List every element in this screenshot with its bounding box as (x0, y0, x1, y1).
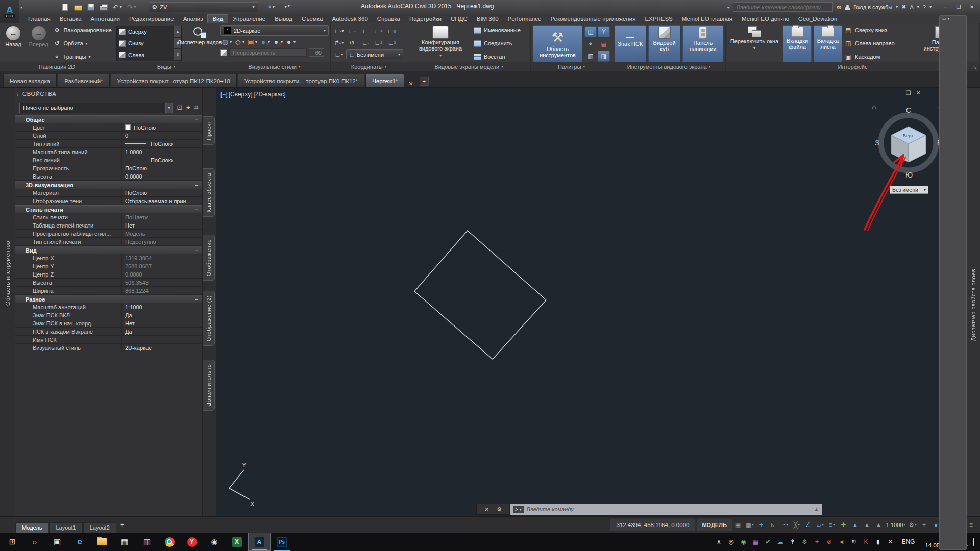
start-button[interactable]: ⊞ (1, 533, 23, 551)
palette-y-icon[interactable]: Y (598, 26, 610, 37)
layout-tab[interactable]: Модель (15, 522, 48, 533)
toolspace-collapsed-bar[interactable]: Область инструментов (0, 88, 15, 516)
property-row[interactable]: Тип стилей печати Недоступно (15, 238, 202, 246)
property-row[interactable]: ПСК в каждом Вэкране Да (15, 328, 202, 336)
property-value[interactable]: ПоСлою (121, 156, 202, 164)
property-row[interactable]: Визуальный стиль 2D-каркас (15, 344, 202, 352)
section-header[interactable]: Разное − (15, 295, 202, 303)
property-value[interactable]: ПоЦвету (121, 213, 202, 221)
volume-tray-icon[interactable]: ◄ (835, 536, 847, 548)
red-app-tray-icon[interactable]: ✦ (811, 536, 823, 548)
ucs-tool-button[interactable]: ∟◍ (386, 26, 398, 36)
scroll-end-icon[interactable]: ⊻ (174, 49, 181, 61)
drawing-tab[interactable]: Новая вкладка (3, 74, 57, 87)
visual-style-button[interactable]: ◍▾ (220, 37, 232, 46)
dynamic-input-icon[interactable]: ∠ (803, 519, 814, 531)
restore-button[interactable]: ❐ (952, 3, 965, 12)
ribbon-tab[interactable]: СПДС (446, 15, 472, 23)
signin-link[interactable]: Вход в службы (853, 4, 892, 10)
annotation-icon[interactable]: ▲ (873, 519, 885, 531)
steam-icon[interactable]: ◉ (203, 533, 226, 551)
ucs-tool-button[interactable]: ↱x▾ (333, 38, 345, 48)
logo-dropdown-icon[interactable]: ▾ (20, 5, 22, 10)
ucs-tool-button[interactable]: ∟ (359, 26, 372, 36)
section-header[interactable]: Вид − (15, 246, 202, 254)
property-value[interactable]: 506.3543 (121, 279, 202, 286)
property-row[interactable]: Масштаб аннотаций 1:1000 (15, 303, 202, 311)
collapse-section-icon[interactable]: − (195, 296, 198, 303)
collapse-section-icon[interactable]: − (195, 247, 198, 254)
router-tray-icon[interactable]: ↟ (786, 536, 798, 548)
command-history-icon[interactable]: ▲ (814, 507, 819, 512)
ribbon-tab[interactable]: Вывод (270, 15, 297, 23)
property-row[interactable]: Прозрачность ПоСлою (15, 164, 202, 172)
ucs-tool-button[interactable]: ∟≡ (373, 26, 385, 36)
drawing-canvas[interactable]: [−] [Сверху] [2D-каркас] ─ ❐ ✕ Y X (216, 88, 953, 516)
panel-caption-viewports[interactable]: Видовые экраны модели▾ (407, 62, 530, 71)
property-value[interactable]: 2588.8687 (121, 262, 202, 270)
toolbox-icon[interactable]: ▤ (598, 38, 610, 49)
property-row[interactable]: Центр X 1319.3084 (15, 254, 202, 262)
color-grid-tray-icon[interactable]: ▦ (749, 536, 762, 548)
workspace-switching-icon[interactable]: ⚙▾ (907, 519, 918, 531)
forward-button[interactable]: → Вперед (27, 25, 51, 62)
orbit-button[interactable]: ↺Орбита▾ (53, 39, 112, 47)
collapse-section-icon[interactable]: − (195, 207, 198, 213)
property-value[interactable]: 1:1000 (121, 303, 202, 311)
visual-style-button[interactable]: ●▾ (259, 37, 270, 46)
palette-side-tab[interactable]: Отображение (2) (203, 291, 215, 346)
search-button[interactable]: ○ (23, 533, 46, 551)
edge-icon[interactable]: e (68, 533, 91, 551)
open-button[interactable] (74, 4, 82, 11)
property-value[interactable]: Недоступно (121, 238, 202, 245)
selection-dropdown-icon[interactable]: ▾ (165, 103, 172, 113)
palette-side-tab[interactable]: Отображение (203, 235, 215, 281)
property-value[interactable]: 0 (121, 132, 202, 139)
command-prompt-icon[interactable]: >▾ (513, 506, 524, 513)
new-drawing-tab-button[interactable]: + (420, 77, 429, 86)
macro-dropdown-icon[interactable]: ▾ (252, 5, 254, 9)
property-row[interactable]: Цвет ПоСлою (15, 123, 202, 132)
drawing-tab[interactable]: Устройство покрыти... тротуар ПК0-ПК12* (238, 74, 364, 87)
property-value[interactable]: Отбрасываемая и прин... (121, 197, 202, 205)
isometric-drafting-icon[interactable]: ╳▾ (791, 519, 802, 531)
visual-style-button[interactable]: ●▾ (272, 37, 283, 46)
close-button[interactable]: ✕ (966, 3, 978, 12)
steelseries-tray-icon[interactable]: ◎ (725, 536, 737, 548)
palette-side-tab[interactable]: Проект (203, 116, 215, 145)
new-button[interactable] (61, 4, 69, 11)
search-binoculars-icon[interactable]: ∞ (837, 3, 841, 11)
property-row[interactable]: Ширина 868.1224 (15, 287, 202, 295)
ribbon-tab[interactable]: Аннотации (86, 15, 125, 23)
restore-viewports-button[interactable]: Восстан (474, 53, 528, 61)
property-value[interactable]: ПоСлою (121, 164, 202, 172)
cascade-button[interactable]: ▣Каскадом (844, 53, 910, 61)
property-row[interactable]: Высота 0.0000 (15, 172, 202, 181)
property-value[interactable] (121, 336, 202, 343)
property-row[interactable]: Вес линий ПоСлою (15, 156, 202, 164)
explorer-icon[interactable]: • (91, 533, 113, 551)
pan-button[interactable]: ✥Панорамирование (53, 26, 112, 34)
customization-icon[interactable]: ≡ (966, 519, 977, 531)
dialog-launcher-icon[interactable]: ↘ (973, 65, 977, 70)
new-layout-button[interactable]: + (116, 521, 129, 529)
ucs-tool-button[interactable]: ∟3 (386, 38, 398, 48)
redo-button[interactable]: ↷▾ (127, 4, 136, 11)
view-list-item[interactable]: Слева (117, 49, 174, 61)
excel-icon[interactable]: X (226, 533, 248, 551)
ribbon-tab[interactable]: Geo_Deviation (794, 15, 842, 23)
property-row[interactable]: Таблица стилей печати Нет (15, 221, 202, 230)
tripod-icon[interactable]: ⌖ (584, 38, 597, 49)
object-snap-icon[interactable]: ▱▾ (815, 519, 826, 531)
property-value[interactable]: 0.0000 (121, 270, 202, 278)
ribbon-tab[interactable]: EXPRESS (640, 15, 677, 23)
pickadd-toggle-icon[interactable]: ⊡ (177, 104, 182, 112)
ortho-mode-icon[interactable]: ⊾ (768, 519, 779, 531)
property-value[interactable]: Да (121, 328, 202, 335)
panel-caption-coordinates[interactable]: Координаты▾ (331, 62, 407, 71)
a360-dropdown-icon[interactable]: ▾ (917, 5, 919, 9)
viewcube-south-label[interactable]: Ю (905, 171, 913, 179)
back-button[interactable]: ← Назад (2, 25, 24, 62)
view-list-item[interactable]: Сверху (117, 26, 174, 38)
ribbon-tab[interactable]: Съемка (297, 15, 327, 23)
